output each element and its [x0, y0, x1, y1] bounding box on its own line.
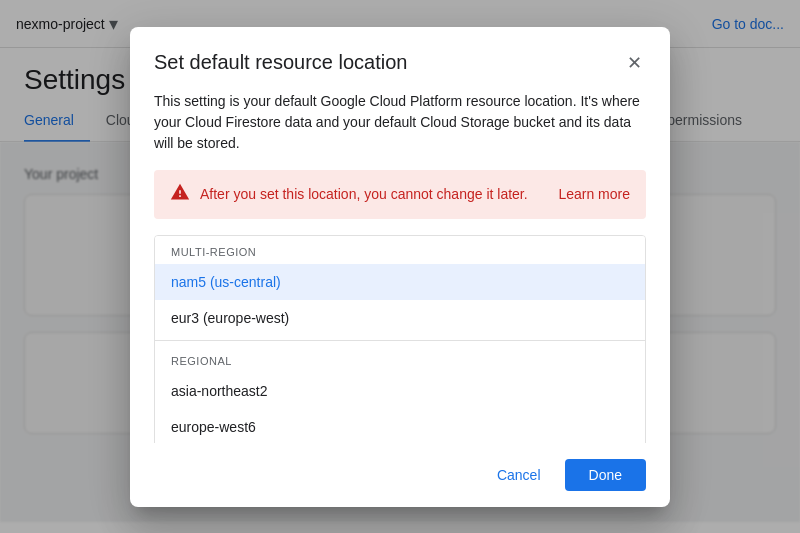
dialog-header: Set default resource location ✕ [130, 27, 670, 91]
done-button[interactable]: Done [565, 459, 646, 491]
warning-text: After you set this location, you cannot … [200, 186, 528, 202]
learn-more-link[interactable]: Learn more [558, 186, 630, 202]
modal-overlay: Set default resource location ✕ This set… [0, 0, 800, 533]
location-dropdown[interactable]: Multi-region nam5 (us-central) eur3 (eur… [154, 235, 646, 443]
warning-banner: After you set this location, you cannot … [154, 170, 646, 219]
dialog-footer: Cancel Done [130, 443, 670, 507]
regional-label: Regional [155, 345, 645, 373]
dialog-description: This setting is your default Google Clou… [154, 91, 646, 154]
location-divider [155, 340, 645, 341]
location-item-europe-west6[interactable]: europe-west6 [155, 409, 645, 443]
dialog-body: This setting is your default Google Clou… [130, 91, 670, 443]
dialog-title: Set default resource location [154, 51, 408, 74]
warning-triangle-icon [170, 182, 190, 207]
dialog-close-button[interactable]: ✕ [622, 51, 646, 75]
multi-region-label: Multi-region [155, 236, 645, 264]
location-item-nam5[interactable]: nam5 (us-central) [155, 264, 645, 300]
cancel-button[interactable]: Cancel [481, 459, 557, 491]
dialog: Set default resource location ✕ This set… [130, 27, 670, 507]
location-item-eur3[interactable]: eur3 (europe-west) [155, 300, 645, 336]
warning-left: After you set this location, you cannot … [170, 182, 528, 207]
location-item-asia-northeast2[interactable]: asia-northeast2 [155, 373, 645, 409]
